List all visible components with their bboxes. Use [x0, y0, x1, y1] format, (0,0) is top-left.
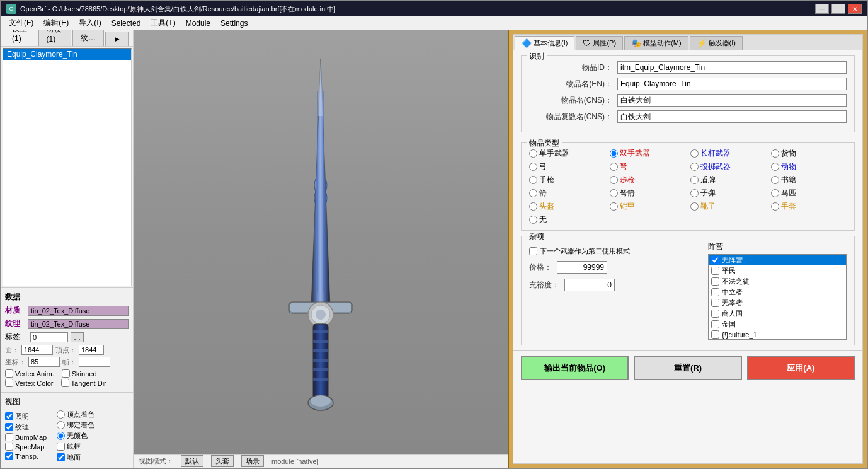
type-book-label: 书籍 [781, 175, 796, 185]
wireframe-radio[interactable]: 线框 [57, 442, 94, 451]
type-one-hand[interactable]: 单手武器 [529, 148, 605, 159]
menu-file[interactable]: 文件(F) [4, 16, 38, 30]
frame-label: 帧： [62, 357, 76, 367]
faction-item-outlaw[interactable]: 不法之徒 [709, 276, 846, 287]
specmap-check[interactable]: SpecMap [5, 443, 47, 451]
vertex-color-check[interactable]: Vertex Color [5, 379, 54, 387]
viewport-3d[interactable] [134, 30, 508, 454]
transp-check[interactable]: Transp. [5, 452, 47, 460]
maximize-button[interactable]: □ [831, 4, 845, 14]
tab-material[interactable]: 材质(1) [38, 30, 72, 46]
type-shield[interactable]: 盾牌 [690, 175, 766, 185]
apply-button[interactable]: 应用(A) [747, 356, 855, 380]
ground-radio[interactable]: 地面 [57, 453, 94, 462]
model-list[interactable]: Equip_Claymore_Tin [3, 48, 132, 286]
tag-input[interactable] [30, 332, 68, 342]
texture-check[interactable]: 纹理 [5, 422, 47, 432]
abundance-input[interactable] [564, 279, 615, 291]
menu-bar: 文件(F) 编辑(E) 导入(I) Selected 工具(T) Module … [1, 16, 867, 30]
tag-btn[interactable]: … [71, 332, 84, 342]
vertex-color-radio[interactable]: 顶点着色 [57, 410, 94, 419]
type-animal[interactable]: 动物 [771, 161, 847, 172]
bumpmap-check[interactable]: BumpMap [5, 433, 47, 441]
content-area: 模型(1) 材质(1) 纹… ► Equip_Claymore_Tin 数据 材… [1, 30, 867, 468]
view-head-btn[interactable]: 头套 [211, 455, 234, 467]
type-long-weapon-label: 长杆武器 [700, 148, 731, 159]
type-thrown[interactable]: 投掷武器 [690, 161, 766, 172]
model-list-item[interactable]: Equip_Claymore_Tin [3, 49, 131, 60]
type-armor[interactable]: 铠甲 [610, 201, 685, 212]
tangent-dir-check[interactable]: Tangent Dir [61, 379, 106, 387]
type-pistol[interactable]: 手枪 [529, 175, 605, 185]
faction-item-none[interactable]: 无阵营 [709, 255, 846, 265]
type-boots[interactable]: 靴子 [690, 201, 766, 212]
type-none[interactable]: 无 [529, 214, 605, 225]
output-button[interactable]: 输出当前物品(O) [521, 356, 629, 380]
material-value[interactable]: tin_02_Tex_Diffuse [28, 306, 129, 316]
basic-info-label: 基本信息(I) [534, 38, 568, 48]
type-gloves[interactable]: 手套 [771, 201, 847, 212]
item-name-plural-label: 物品复数名(CNS)： [529, 112, 617, 122]
item-name-cns-label: 物品名(CNS)： [529, 95, 617, 106]
tab-more[interactable]: ► [105, 32, 129, 46]
faction-item-culture[interactable]: {!}culture_1 [709, 330, 846, 339]
tab-model[interactable]: 模型(1) [4, 30, 37, 46]
type-two-hand[interactable]: 双手武器 [610, 148, 685, 159]
vertex-anim-check[interactable]: Vertex Anim. [5, 369, 54, 378]
type-bolt[interactable]: 弩箭 [610, 188, 685, 199]
texture-value[interactable]: tin_02_Tex_Diffuse [28, 319, 129, 329]
type-horse[interactable]: 马匹 [771, 188, 847, 199]
second-mode-checkbox[interactable] [529, 247, 537, 255]
bind-color-radio[interactable]: 绑定着色 [57, 420, 94, 430]
faction-item-neutral[interactable]: 中立者 [709, 287, 846, 298]
svg-rect-13 [313, 359, 328, 362]
data-section: 数据 材质 tin_02_Tex_Diffuse 纹理 tin_02_Tex_D… [1, 287, 133, 392]
tab-model-action[interactable]: 🎭 模型动作(M) [624, 36, 688, 50]
close-button[interactable]: ✕ [848, 4, 862, 14]
second-mode-check-row[interactable]: 下一个武器作为第二使用模式 [529, 246, 698, 256]
tab-trigger[interactable]: ⚡ 触发器(I) [690, 36, 743, 50]
module-label: module:[native] [271, 458, 319, 465]
item-name-plural-input[interactable] [617, 110, 847, 123]
item-id-input[interactable] [617, 61, 847, 74]
type-long-weapon[interactable]: 长杆武器 [690, 148, 766, 159]
view-scene-btn[interactable]: 场景 [241, 455, 264, 467]
type-bullet[interactable]: 子弹 [690, 188, 766, 199]
menu-settings[interactable]: Settings [215, 18, 253, 29]
menu-import[interactable]: 导入(I) [74, 16, 106, 30]
tab-texture[interactable]: 纹… [72, 30, 104, 46]
faction-item-merchant[interactable]: 商人国 [709, 308, 846, 319]
faction-list[interactable]: 无阵营 平民 不法之徒 [708, 254, 847, 340]
faction-culture-label: {!}culture_1 [722, 331, 757, 339]
item-name-en-row: 物品名(EN)： [529, 78, 847, 90]
type-goods[interactable]: 货物 [771, 148, 847, 159]
menu-edit[interactable]: 编辑(E) [38, 16, 74, 30]
view-default-btn[interactable]: 默认 [181, 455, 203, 467]
minimize-button[interactable]: ─ [815, 4, 829, 14]
faction-item-gold[interactable]: 金国 [709, 319, 846, 330]
skinned-check[interactable]: Skinned [62, 369, 97, 378]
type-crossbow[interactable]: 弩 [610, 161, 685, 172]
reset-button[interactable]: 重置(R) [634, 356, 741, 380]
faction-item-civilian[interactable]: 平民 [709, 265, 846, 276]
faction-item-innocent[interactable]: 无辜者 [709, 298, 846, 308]
texture-label: 纹理 [5, 318, 28, 329]
type-helmet[interactable]: 头盔 [529, 201, 605, 212]
type-rifle[interactable]: 步枪 [610, 175, 685, 185]
price-input[interactable] [557, 261, 607, 274]
no-color-radio[interactable]: 无颜色 [57, 431, 94, 441]
menu-module[interactable]: Module [181, 18, 215, 29]
menu-tools[interactable]: 工具(T) [146, 16, 180, 30]
lighting-check[interactable]: 照明 [5, 412, 47, 421]
tab-basic-info[interactable]: 🔷 基本信息(I) [515, 36, 574, 50]
menu-selected[interactable]: Selected [106, 18, 146, 29]
type-bow[interactable]: 弓 [529, 161, 605, 172]
type-book[interactable]: 书籍 [771, 175, 847, 185]
basic-info-icon: 🔷 [522, 38, 532, 48]
type-arrow[interactable]: 箭 [529, 188, 605, 199]
item-name-en-input[interactable] [617, 78, 847, 90]
misc-right: 阵营 无阵营 平民 不法之 [708, 241, 847, 340]
faction-innocent-label: 无辜者 [722, 298, 743, 308]
tab-attributes[interactable]: 🛡 属性(P) [576, 36, 623, 50]
item-name-cns-input[interactable] [617, 94, 847, 107]
